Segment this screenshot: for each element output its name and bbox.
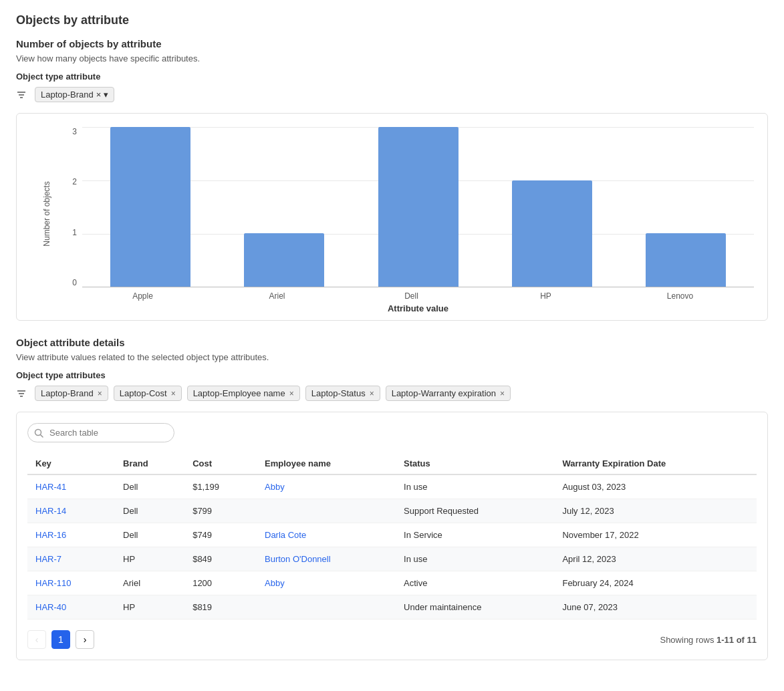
details-chip-brand[interactable]: Laptop-Brand × bbox=[35, 386, 108, 401]
cell-key: HAR-110 bbox=[27, 571, 115, 595]
table-row: HAR-7HP$849Burton O'DonnellIn useApril 1… bbox=[27, 547, 757, 571]
chip-warranty-x[interactable]: × bbox=[500, 389, 505, 398]
employee-link[interactable]: Darla Cote bbox=[265, 530, 306, 540]
chart-section-desc: View how many objects have specific attr… bbox=[16, 53, 768, 63]
chart-filter-label: Object type attribute bbox=[16, 72, 768, 82]
cell-warranty: November 17, 2022 bbox=[554, 523, 757, 547]
key-link[interactable]: HAR-16 bbox=[35, 530, 66, 540]
bar-hp bbox=[491, 127, 614, 287]
cell-employee: Abby bbox=[257, 571, 396, 595]
cell-cost: $819 bbox=[184, 595, 257, 619]
cell-employee bbox=[257, 595, 396, 619]
cell-brand: Ariel bbox=[115, 571, 184, 595]
cell-brand: HP bbox=[115, 547, 184, 571]
col-warranty: Warranty Expiration Date bbox=[554, 453, 757, 474]
pagination: ‹ 1 › Showing rows 1-11 of 11 bbox=[27, 630, 757, 649]
search-input[interactable] bbox=[27, 423, 174, 442]
next-page-button[interactable]: › bbox=[76, 630, 94, 649]
details-section-desc: View attribute values related to the sel… bbox=[16, 352, 768, 362]
table-row: HAR-41Dell$1,199AbbyIn useAugust 03, 202… bbox=[27, 474, 757, 499]
cell-warranty: April 12, 2023 bbox=[554, 547, 757, 571]
cell-employee: Burton O'Donnell bbox=[257, 547, 396, 571]
cell-status: Support Requested bbox=[396, 499, 554, 523]
x-label-hp: HP bbox=[485, 291, 606, 301]
key-link[interactable]: HAR-7 bbox=[35, 554, 61, 564]
svg-line-7 bbox=[41, 434, 43, 437]
cell-status: In use bbox=[396, 547, 554, 571]
y-tick-0: 0 bbox=[72, 278, 77, 287]
cell-employee: Abby bbox=[257, 474, 396, 499]
cell-status: Active bbox=[396, 571, 554, 595]
cell-key: HAR-14 bbox=[27, 499, 115, 523]
cell-key: HAR-41 bbox=[27, 474, 115, 499]
col-brand: Brand bbox=[115, 453, 184, 474]
x-label-dell: Dell bbox=[351, 291, 472, 301]
cell-warranty: February 24, 2024 bbox=[554, 571, 757, 595]
table-row: HAR-110Ariel1200AbbyActiveFebruary 24, 2… bbox=[27, 571, 757, 595]
page-1-button[interactable]: 1 bbox=[51, 630, 70, 649]
chart-filter-row: Laptop-Brand × ▾ bbox=[16, 87, 768, 102]
chip-employee-x[interactable]: × bbox=[289, 389, 294, 398]
bar-dell bbox=[356, 127, 479, 287]
cell-status: Under maintainence bbox=[396, 595, 554, 619]
key-link[interactable]: HAR-14 bbox=[35, 506, 66, 516]
key-link[interactable]: HAR-40 bbox=[35, 602, 66, 612]
chart-brand-chip[interactable]: Laptop-Brand × ▾ bbox=[35, 87, 114, 102]
table-row: HAR-16Dell$749Darla CoteIn ServiceNovemb… bbox=[27, 523, 757, 547]
y-axis-label: Number of objects bbox=[42, 181, 51, 246]
cell-cost: $1,199 bbox=[184, 474, 257, 499]
chart-section-title: Number of objects by attribute bbox=[16, 38, 768, 49]
chip-brand-x[interactable]: × bbox=[98, 389, 102, 398]
cell-brand: Dell bbox=[115, 474, 184, 499]
details-chip-status[interactable]: Laptop-Status × bbox=[305, 386, 380, 401]
chip-cost-x[interactable]: × bbox=[171, 389, 176, 398]
table-row: HAR-40HP$819Under maintainenceJune 07, 2… bbox=[27, 595, 757, 619]
details-filter-label: Object type attributes bbox=[16, 370, 768, 380]
cell-cost: 1200 bbox=[184, 571, 257, 595]
cell-cost: $849 bbox=[184, 547, 257, 571]
cell-key: HAR-7 bbox=[27, 547, 115, 571]
page-title: Objects by attribute bbox=[16, 13, 768, 27]
cell-warranty: August 03, 2023 bbox=[554, 474, 757, 499]
y-tick-3: 3 bbox=[72, 127, 77, 136]
prev-page-button[interactable]: ‹ bbox=[27, 630, 46, 649]
details-chip-employee[interactable]: Laptop-Employee name × bbox=[187, 386, 300, 401]
cell-warranty: July 12, 2023 bbox=[554, 499, 757, 523]
bar-apple bbox=[89, 127, 212, 287]
y-tick-2: 2 bbox=[72, 177, 77, 186]
details-filter-row: Laptop-Brand × Laptop-Cost × Laptop-Empl… bbox=[16, 386, 768, 401]
cell-status: In use bbox=[396, 474, 554, 499]
cell-cost: $799 bbox=[184, 499, 257, 523]
col-employee: Employee name bbox=[257, 453, 396, 474]
chip-status-x[interactable]: × bbox=[370, 389, 374, 398]
chart-container: Number of objects 0 1 2 3 bbox=[16, 113, 768, 321]
filter-icon bbox=[16, 90, 27, 100]
x-label-lenovo: Lenovo bbox=[620, 291, 741, 301]
cell-status: In Service bbox=[396, 523, 554, 547]
bar-ariel bbox=[223, 127, 346, 287]
table-row: HAR-14Dell$799Support RequestedJuly 12, … bbox=[27, 499, 757, 523]
details-chip-cost[interactable]: Laptop-Cost × bbox=[114, 386, 182, 401]
y-tick-1: 1 bbox=[72, 228, 77, 237]
employee-link[interactable]: Burton O'Donnell bbox=[265, 554, 331, 564]
search-icon bbox=[34, 428, 43, 438]
cell-key: HAR-40 bbox=[27, 595, 115, 619]
key-link[interactable]: HAR-41 bbox=[35, 482, 66, 492]
employee-link[interactable]: Abby bbox=[265, 482, 285, 492]
cell-key: HAR-16 bbox=[27, 523, 115, 547]
x-labels: Apple Ariel Dell HP Lenovo bbox=[63, 287, 754, 301]
cell-brand: Dell bbox=[115, 523, 184, 547]
cell-warranty: June 07, 2023 bbox=[554, 595, 757, 619]
details-section-title: Object attribute details bbox=[16, 337, 768, 348]
col-cost: Cost bbox=[184, 453, 257, 474]
x-axis-title: Attribute value bbox=[63, 303, 754, 313]
data-table: Key Brand Cost Employee name Status Warr… bbox=[27, 453, 757, 619]
employee-link[interactable]: Abby bbox=[265, 578, 285, 588]
cell-employee: Darla Cote bbox=[257, 523, 396, 547]
page-controls: ‹ 1 › bbox=[27, 630, 94, 649]
chip-x-icon[interactable]: × bbox=[96, 90, 102, 100]
key-link[interactable]: HAR-110 bbox=[35, 578, 71, 588]
details-chip-warranty[interactable]: Laptop-Warranty expiration × bbox=[386, 386, 511, 401]
cell-brand: HP bbox=[115, 595, 184, 619]
details-filter-icon bbox=[16, 388, 27, 399]
